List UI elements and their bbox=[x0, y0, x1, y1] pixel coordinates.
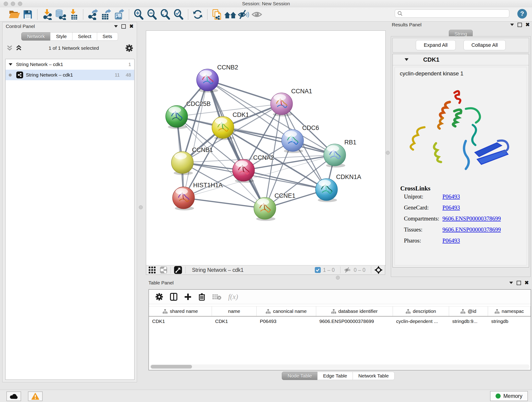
right-splitter-handle[interactable] bbox=[386, 151, 390, 155]
crosslink-link[interactable]: 9606.ENSP00000378699 bbox=[443, 216, 501, 222]
node-CCNA1[interactable] bbox=[271, 93, 293, 116]
float-panel-icon[interactable] bbox=[518, 23, 522, 27]
table-settings-gear-icon[interactable] bbox=[155, 293, 163, 301]
close-window-button[interactable] bbox=[4, 2, 8, 6]
panel-menu-icon[interactable] bbox=[114, 25, 118, 27]
edge-CCNA2-CDKN1A[interactable] bbox=[244, 170, 326, 190]
edge-CCNB2-CCNE1[interactable] bbox=[208, 80, 265, 208]
float-panel-icon[interactable] bbox=[121, 24, 126, 29]
toolbar-search[interactable] bbox=[395, 9, 509, 18]
column-header-name[interactable]: name bbox=[212, 306, 257, 316]
cloud-status-button[interactable] bbox=[6, 391, 21, 401]
column-header-shared-name[interactable]: shared name bbox=[149, 306, 212, 316]
edge-CDK1-RB1[interactable] bbox=[223, 128, 335, 155]
hide-selected-icon[interactable] bbox=[237, 8, 250, 20]
help-button[interactable]: ? bbox=[517, 9, 527, 19]
node-CCNA2[interactable] bbox=[233, 159, 254, 183]
close-panel-icon[interactable]: ✖ bbox=[525, 280, 529, 285]
import-network-from-file-icon[interactable] bbox=[40, 8, 54, 20]
grid-view-icon[interactable] bbox=[148, 266, 156, 274]
expand-all-button[interactable]: Expand All bbox=[416, 40, 456, 50]
minimize-window-button[interactable] bbox=[11, 2, 15, 6]
zoom-in-icon[interactable] bbox=[132, 8, 145, 20]
clone-network-icon[interactable] bbox=[210, 8, 224, 20]
export-image-icon[interactable] bbox=[113, 8, 126, 20]
save-session-icon[interactable] bbox=[21, 8, 34, 20]
column-header-database-identifier[interactable]: database identifier bbox=[316, 306, 393, 316]
tab-select[interactable]: Select bbox=[72, 32, 97, 41]
tab-style[interactable]: Style bbox=[50, 32, 72, 41]
tab-edge-table[interactable]: Edge Table bbox=[317, 372, 353, 380]
tab-sets[interactable]: Sets bbox=[97, 32, 118, 41]
table-cell[interactable]: cyclin-dependent ... bbox=[393, 317, 449, 326]
network-collection-row[interactable]: String Network – cdk1 1 bbox=[6, 59, 134, 70]
selected-nodes-checkbox[interactable] bbox=[315, 267, 321, 273]
network-type-badge-icon[interactable] bbox=[160, 266, 167, 274]
search-input[interactable] bbox=[403, 11, 502, 17]
traffic-lights[interactable] bbox=[4, 2, 22, 6]
table-cell[interactable]: P06493 bbox=[257, 317, 316, 326]
edge-CCNE1-HIST1H1A[interactable] bbox=[184, 198, 265, 208]
zoom-fit-icon[interactable] bbox=[158, 8, 172, 20]
zoom-selected-icon[interactable] bbox=[172, 8, 185, 20]
export-table-icon[interactable] bbox=[99, 8, 113, 20]
close-panel-icon[interactable]: ✖ bbox=[526, 22, 530, 27]
import-network-from-database-icon[interactable] bbox=[54, 8, 67, 20]
delete-column-icon[interactable] bbox=[198, 293, 205, 301]
crosslink-link[interactable]: P06493 bbox=[443, 193, 460, 200]
edge-CCNB2-CCNA1[interactable] bbox=[208, 80, 282, 104]
node-HIST1H1A[interactable] bbox=[172, 187, 195, 211]
node-CDC6[interactable] bbox=[282, 129, 304, 153]
collapse-all-icon[interactable] bbox=[6, 45, 13, 51]
node-CCNE1[interactable] bbox=[254, 197, 276, 221]
gear-icon[interactable] bbox=[125, 44, 133, 52]
pan-crosshair-icon[interactable] bbox=[374, 266, 383, 274]
apply-layout-icon[interactable] bbox=[191, 8, 204, 20]
horizontal-scrollbar[interactable] bbox=[150, 364, 530, 369]
network-canvas[interactable]: CCNB2CCNA1CDC25BCDK1CDC6RB1CCNB1CCNA2CDK… bbox=[146, 31, 386, 266]
tab-network-table[interactable]: Network Table bbox=[353, 372, 394, 380]
import-table-from-file-icon[interactable] bbox=[67, 8, 80, 20]
table-cell[interactable]: 9606.ENSP00000378699 bbox=[316, 317, 393, 326]
crosslink-link[interactable]: P06493 bbox=[443, 204, 460, 211]
crosslink-link[interactable]: 9606.ENSP00000378699 bbox=[443, 226, 501, 233]
show-columns-icon[interactable] bbox=[170, 293, 177, 301]
column-header-description[interactable]: description bbox=[393, 306, 449, 316]
crosslink-link[interactable]: P06493 bbox=[443, 237, 460, 244]
add-column-icon[interactable] bbox=[184, 293, 191, 300]
zoom-out-icon[interactable] bbox=[145, 8, 158, 20]
first-neighbors-icon[interactable] bbox=[224, 8, 237, 20]
table-cell[interactable]: stringdb:9... bbox=[449, 317, 488, 326]
show-all-icon[interactable] bbox=[250, 8, 264, 20]
table-row[interactable]: CDK1CDK1P064939606.ENSP00000378699cyclin… bbox=[149, 317, 531, 326]
node-CCNB1[interactable] bbox=[171, 152, 193, 175]
column-header-canonical-name[interactable]: canonical name bbox=[257, 306, 316, 316]
export-network-icon[interactable] bbox=[86, 8, 99, 20]
panel-menu-icon[interactable] bbox=[510, 24, 514, 26]
left-splitter-handle[interactable] bbox=[139, 205, 143, 209]
memory-button[interactable]: Memory bbox=[490, 391, 528, 401]
network-row-selected[interactable]: String Network – cdk1 11 48 bbox=[6, 70, 134, 80]
tab-node-table[interactable]: Node Table bbox=[282, 372, 317, 380]
table-cell[interactable]: stringdb bbox=[488, 317, 531, 326]
collapse-entry-icon[interactable] bbox=[405, 58, 409, 61]
node-CDKN1A[interactable] bbox=[316, 179, 337, 202]
gene-card-header[interactable]: CDK1 bbox=[393, 54, 529, 65]
column-header-namespac[interactable]: namespac bbox=[488, 306, 531, 316]
collapse-all-button[interactable]: Collapse All bbox=[463, 40, 506, 50]
open-file-icon[interactable] bbox=[8, 8, 21, 20]
warning-status-button[interactable] bbox=[28, 391, 43, 401]
table-cell[interactable]: CDK1 bbox=[149, 317, 212, 326]
column-header--id[interactable]: @id bbox=[449, 306, 488, 316]
scrollbar-thumb[interactable] bbox=[151, 365, 192, 369]
node-CDC25B[interactable] bbox=[166, 105, 188, 129]
birds-eye-view-icon[interactable] bbox=[174, 266, 182, 274]
close-panel-icon[interactable]: ✖ bbox=[129, 24, 133, 29]
maximize-window-button[interactable] bbox=[18, 2, 22, 6]
panel-menu-icon[interactable] bbox=[509, 282, 513, 284]
tab-network[interactable]: Network bbox=[21, 32, 51, 41]
collection-expand-icon[interactable] bbox=[9, 63, 12, 66]
table-cell[interactable]: CDK1 bbox=[212, 317, 257, 326]
expand-all-icon[interactable] bbox=[15, 45, 22, 51]
node-RB1[interactable] bbox=[324, 144, 346, 167]
